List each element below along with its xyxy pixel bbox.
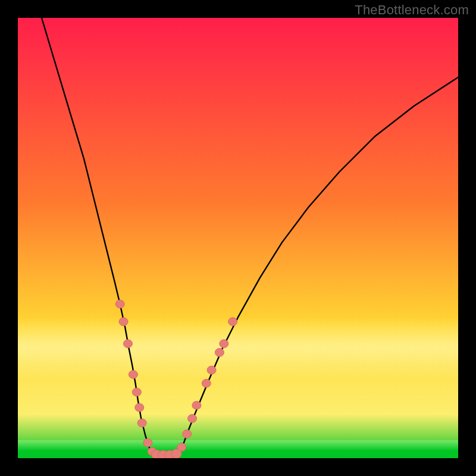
bead-icon <box>129 371 137 379</box>
bead-icon <box>137 419 146 427</box>
bead-icon <box>220 340 228 348</box>
bead-icon <box>188 415 197 423</box>
outer-frame: TheBottleneck.com <box>0 0 476 476</box>
bead-icon <box>143 439 152 447</box>
bead-icon <box>135 403 144 412</box>
bead-icon <box>171 449 181 458</box>
bead-icon <box>132 388 141 396</box>
plot-area <box>18 18 458 458</box>
bottleneck-curve <box>18 18 458 458</box>
curve-path <box>42 18 458 456</box>
bead-icon <box>207 366 216 374</box>
bead-icon <box>115 300 124 308</box>
bead-icon <box>215 349 224 357</box>
bead-icon <box>202 379 211 387</box>
bead-icon <box>183 430 192 438</box>
bead-icon <box>228 318 237 326</box>
bead-icon <box>192 401 201 409</box>
bead-group <box>115 300 237 458</box>
bead-icon <box>119 318 128 326</box>
watermark-text: TheBottleneck.com <box>355 2 469 18</box>
bead-icon <box>124 340 133 348</box>
